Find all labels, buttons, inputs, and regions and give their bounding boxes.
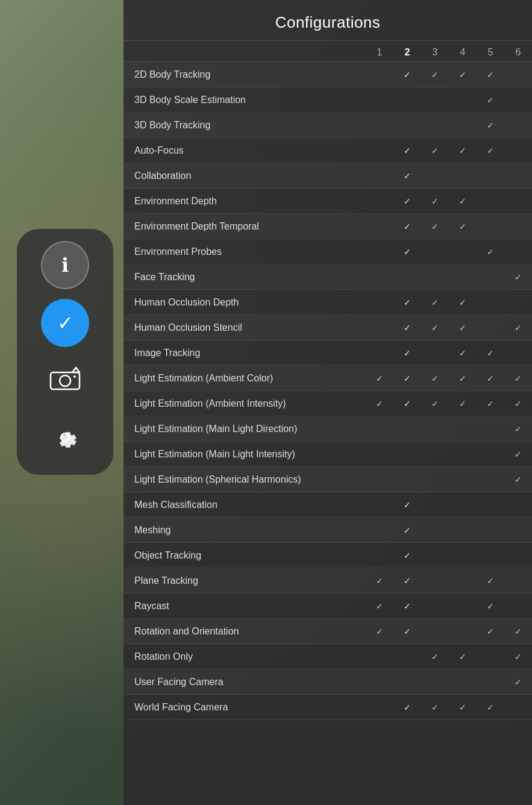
row-label-16: Light Estimation (Spherical Harmonics) — [124, 474, 366, 485]
row-10-col-4 — [449, 323, 477, 333]
svg-marker-1 — [72, 368, 80, 372]
row-label-22: Rotation and Orientation — [124, 626, 366, 637]
table-row: Light Estimation (Ambient Color) — [124, 366, 532, 391]
row-label-9: Human Occlusion Depth — [124, 297, 366, 308]
table-row: Rotation and Orientation — [124, 619, 532, 644]
camera-icon — [49, 366, 81, 395]
settings-button[interactable] — [41, 415, 89, 463]
row-7-col-5 — [477, 247, 504, 257]
row-label-8: Face Tracking — [124, 272, 366, 283]
table-row: Meshing — [124, 518, 532, 543]
row-12-col-2 — [393, 374, 421, 383]
row-12-col-4 — [449, 374, 477, 383]
table-row: Auto-Focus — [124, 138, 532, 163]
row-2-col-5 — [477, 121, 504, 130]
table-header: 1 2 3 4 5 6 — [124, 41, 532, 62]
row-11-col-4 — [449, 348, 477, 358]
table-row: Environment Depth — [124, 189, 532, 214]
row-11-col-2 — [393, 348, 421, 358]
table-row: 3D Body Scale Estimation — [124, 87, 532, 113]
row-17-col-2 — [393, 500, 421, 510]
row-label-6: Environment Depth Temporal — [124, 221, 366, 232]
sidebar: ℹ ✓ — [17, 229, 113, 475]
table-row: 2D Body Tracking — [124, 62, 532, 87]
row-12-col-3 — [421, 374, 449, 383]
row-10-col-3 — [421, 323, 449, 333]
row-9-col-3 — [421, 298, 449, 307]
svg-point-2 — [60, 375, 70, 386]
row-10-col-2 — [393, 323, 421, 333]
row-5-col-3 — [421, 196, 449, 206]
table-row: Rotation Only — [124, 644, 532, 669]
row-13-col-2 — [393, 399, 421, 409]
row-label-2: 3D Body Tracking — [124, 120, 366, 131]
table-row: Human Occlusion Stencil — [124, 315, 532, 340]
row-3-col-2 — [393, 146, 421, 155]
table-row: Object Tracking — [124, 543, 532, 568]
camera-button[interactable] — [41, 357, 89, 405]
row-20-col-1 — [366, 576, 393, 586]
row-label-10: Human Occlusion Stencil — [124, 322, 366, 333]
row-4-col-2 — [393, 171, 421, 181]
row-label-14: Light Estimation (Main Light Direction) — [124, 424, 366, 434]
gear-icon — [51, 423, 80, 454]
row-label-11: Image Tracking — [124, 348, 366, 359]
row-label-25: World Facing Camera — [124, 702, 366, 713]
col-3-header: 3 — [421, 47, 449, 58]
table-row: Light Estimation (Ambient Intensity) — [124, 391, 532, 416]
row-label-12: Light Estimation (Ambient Color) — [124, 373, 366, 384]
check-button[interactable]: ✓ — [41, 299, 89, 347]
row-label-4: Collaboration — [124, 171, 366, 181]
col-4-header: 4 — [449, 47, 477, 58]
row-5-col-2 — [393, 196, 421, 206]
row-13-col-1 — [366, 399, 393, 409]
table-row: Mesh Classification — [124, 492, 532, 518]
row-6-col-2 — [393, 222, 421, 231]
row-22-col-2 — [393, 627, 421, 636]
row-25-col-5 — [477, 703, 504, 712]
row-23-col-4 — [449, 652, 477, 662]
row-25-col-4 — [449, 703, 477, 712]
check-icon: ✓ — [57, 313, 74, 333]
row-0-col-3 — [421, 70, 449, 80]
row-3-col-4 — [449, 146, 477, 155]
table-row: Plane Tracking — [124, 568, 532, 594]
row-5-col-4 — [449, 196, 477, 206]
row-label-13: Light Estimation (Ambient Intensity) — [124, 398, 366, 409]
row-15-col-6 — [504, 449, 532, 459]
row-0-col-2 — [393, 70, 421, 80]
row-1-col-5 — [477, 95, 504, 105]
row-7-col-2 — [393, 247, 421, 257]
table-row: Light Estimation (Main Light Intensity) — [124, 442, 532, 467]
row-13-col-6 — [504, 399, 532, 409]
info-button[interactable]: ℹ — [41, 241, 89, 289]
row-label-7: Environment Probes — [124, 246, 366, 257]
row-12-col-5 — [477, 374, 504, 383]
row-label-17: Mesh Classification — [124, 500, 366, 510]
table-row: Light Estimation (Spherical Harmonics) — [124, 467, 532, 492]
row-19-col-2 — [393, 551, 421, 560]
panel-title: Configurations — [124, 0, 532, 41]
row-18-col-2 — [393, 525, 421, 535]
row-label-1: 3D Body Scale Estimation — [124, 95, 366, 105]
row-label-24: User Facing Camera — [124, 677, 366, 688]
table-row: Collaboration — [124, 163, 532, 189]
row-21-col-5 — [477, 601, 504, 611]
row-22-col-6 — [504, 627, 532, 636]
row-22-col-5 — [477, 627, 504, 636]
row-25-col-3 — [421, 703, 449, 712]
row-label-0: 2D Body Tracking — [124, 69, 366, 80]
row-22-col-1 — [366, 627, 393, 636]
row-6-col-4 — [449, 222, 477, 231]
row-20-col-2 — [393, 576, 421, 586]
row-13-col-3 — [421, 399, 449, 409]
row-3-col-3 — [421, 146, 449, 155]
table-row: World Facing Camera — [124, 695, 532, 720]
col-2-header: 2 — [393, 47, 421, 58]
table-body: 2D Body Tracking3D Body Scale Estimation… — [124, 62, 532, 805]
row-label-20: Plane Tracking — [124, 575, 366, 586]
main-panel: Configurations 1 2 3 4 5 6 2D Body Track… — [124, 0, 532, 805]
row-0-col-4 — [449, 70, 477, 80]
table-row: User Facing Camera — [124, 669, 532, 695]
row-13-col-5 — [477, 399, 504, 409]
